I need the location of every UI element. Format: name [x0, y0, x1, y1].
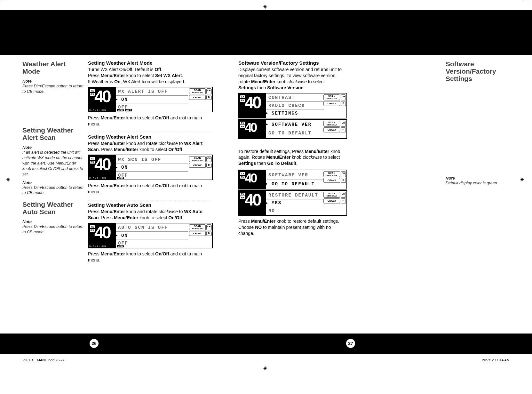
subheading-wx-alert-scan: Setting Weather Alert Scan: [88, 134, 210, 140]
body-text: Displays current software version and re…: [238, 67, 343, 91]
body-text: Press Menu/Enter knob and rotate clockwi…: [88, 209, 210, 221]
lcd-wx-alert: TXRX40U • P U S H • E N WX ALERT IS OFF …: [88, 87, 213, 112]
lcd-software-ver: TXRX40 SOFTWARE VER GO TO DEFAULT SCANME…: [238, 119, 347, 139]
lcd-auto-scan: TXRX40U • P U S H • E N AUTO SCN IS OFF …: [88, 223, 213, 248]
note-body: Default display color is green.: [446, 181, 510, 186]
body-text: Press Menu/Enter knob to select On/Off a…: [88, 115, 210, 127]
note-body: Press Dim/Escape button to return to CB …: [22, 185, 84, 196]
left-sidebar: Weather Alert Mode Note Press Dim/Escape…: [22, 60, 88, 346]
body-text: Press Menu/Enter knob and rotate clockwi…: [88, 141, 210, 153]
main-column-left: Setting Weather Alert Mode Turns WX Aler…: [88, 60, 216, 346]
lcd-restore-default: TXRX40 RESTORE DEFAULT YES NO SCANMEM SC…: [238, 190, 347, 216]
note-label: Note: [446, 176, 510, 181]
right-sidebar: Software Version/Factory Settings Note D…: [442, 60, 510, 346]
footer-meta: 29LXBT_MANL.indd 26-27 2/27/12 11:14 AM: [22, 358, 510, 362]
note-body: Press Dim/Escape button to return to CB …: [22, 224, 84, 235]
main-column-right: Software Version/Factory Settings Displa…: [238, 60, 349, 346]
heading-weather-alert-scan: Setting Weather Alert Scan: [22, 126, 84, 141]
page-number-left: 26: [90, 339, 99, 348]
heading-software-settings: Software Version/Factory Settings: [446, 60, 510, 82]
subheading-wx-auto-scan: Setting Weather Auto Scan: [88, 202, 210, 208]
body-text: Press Menu/Enter knob to restore default…: [238, 218, 343, 237]
print-date: 2/27/12 11:14 AM: [482, 358, 510, 362]
subheading-wx-alert-mode: Setting Weather Alert Mode: [88, 60, 210, 66]
body-text: Turns WX Alert On/Off. Default is Off.Pr…: [88, 67, 210, 85]
header-band: Operation Operation: [0, 10, 532, 55]
heading-weather-alert-mode: Weather Alert Mode: [22, 60, 84, 75]
lcd-wx-scan: TXRX40U • P U S H • E N WX SCN IS OFF ON…: [88, 155, 213, 180]
heading-weather-auto-scan: Setting Weather Auto Scan: [22, 201, 84, 215]
file-name: 29LXBT_MANL.indd 26-27: [22, 358, 64, 362]
body-text: Press Menu/Enter knob to select On/Off a…: [88, 251, 210, 263]
note-body: Press Dim/Escape button to return to CB …: [22, 84, 84, 94]
footer-band: [0, 334, 532, 354]
crop-mark: [2, 2, 8, 8]
lcd-go-to-default: TXRX40 SOFTWARE VER GO TO DEFAULT SCANME…: [238, 170, 347, 189]
note-label: Note: [22, 79, 84, 84]
note-body: If an alert is detected the unit will ac…: [22, 150, 84, 177]
registration-mark: [263, 365, 269, 371]
registration-mark: [263, 3, 269, 9]
note-label: Note: [22, 219, 84, 224]
lcd-settings-menu: TXRX40 CONTRAST RADIO CHECK SETTINGS SCA…: [238, 93, 347, 118]
body-text: Press Menu/Enter knob to select On/Off a…: [88, 183, 210, 195]
body-text: To restore default settings, Press Menu/…: [238, 149, 343, 167]
crop-mark: [524, 2, 530, 8]
registration-mark: [6, 176, 12, 182]
note-label: Note: [22, 180, 84, 185]
subheading-software-version: Software Version/Factory Settings: [238, 60, 343, 66]
note-label: Note: [22, 145, 84, 150]
page-number-right: 27: [346, 339, 355, 348]
registration-mark: [520, 176, 526, 182]
